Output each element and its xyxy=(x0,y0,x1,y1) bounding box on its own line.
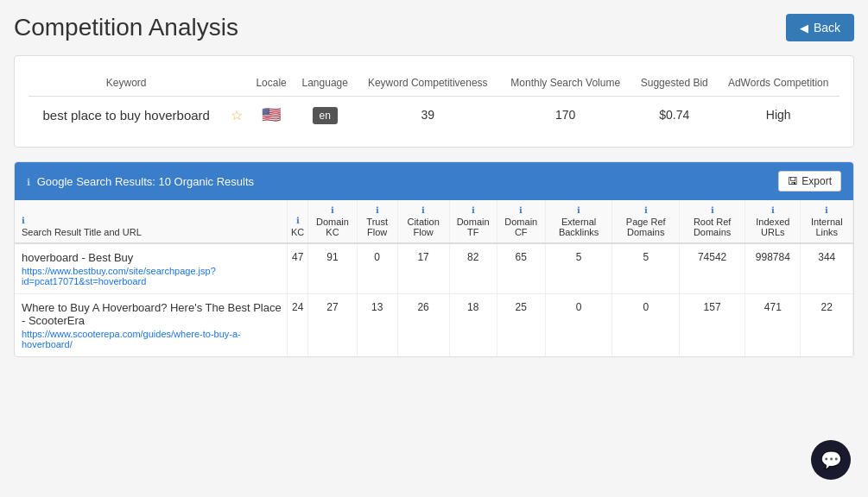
results-section: ℹ Google Search Results: 10 Organic Resu… xyxy=(14,161,854,357)
results-table-header-row: ℹ Search Result Title and URL ℹ KC ℹ Dom… xyxy=(15,200,853,243)
col-kc: Keyword Competitiveness xyxy=(356,70,499,97)
th-ext-bl-info-icon: ℹ xyxy=(549,205,609,215)
col-language: Language xyxy=(294,70,356,97)
th-trust-flow: ℹ Trust Flow xyxy=(357,200,397,243)
result-domain-cf: 65 xyxy=(497,243,545,294)
col-msv: Monthly Search Volume xyxy=(499,70,631,97)
result-external-backlinks: 5 xyxy=(545,243,612,294)
result-internal-links: 22 xyxy=(801,294,853,357)
export-icon: 🖫 xyxy=(788,175,798,187)
results-header-text: Google Search Results: 10 Organic Result… xyxy=(37,175,254,188)
th-iu-info-icon: ℹ xyxy=(749,205,796,215)
result-internal-links: 344 xyxy=(801,243,853,294)
th-citation-flow-info-icon: ℹ xyxy=(402,205,446,215)
export-label: Export xyxy=(801,175,832,187)
result-indexed-urls: 998784 xyxy=(745,243,801,294)
result-kc: 47 xyxy=(288,243,308,294)
th-domain-tf: ℹ Domain TF xyxy=(449,200,497,243)
th-domain-cf-info-icon: ℹ xyxy=(501,205,542,215)
th-root-ref-domains: ℹ Root Ref Domains xyxy=(679,200,744,243)
col-star xyxy=(224,70,249,97)
bid-cell: $0.74 xyxy=(631,97,717,134)
keyword-row: best place to buy hoverboard ☆ 🇺🇸 en 39 … xyxy=(29,97,839,134)
language-cell: en xyxy=(294,97,356,134)
th-rrd-info-icon: ℹ xyxy=(683,205,741,215)
results-header: ℹ Google Search Results: 10 Organic Resu… xyxy=(15,162,853,200)
table-row: Where to Buy A Hoverboard? Here's The Be… xyxy=(15,294,853,357)
th-citation-flow: ℹ Citation Flow xyxy=(397,200,449,243)
result-title: Where to Buy A Hoverboard? Here's The Be… xyxy=(22,301,282,327)
results-header-title: ℹ Google Search Results: 10 Organic Resu… xyxy=(27,175,254,188)
col-keyword: Keyword xyxy=(29,70,224,97)
locale-flag: 🇺🇸 xyxy=(262,106,281,123)
th-il-info-icon: ℹ xyxy=(804,205,849,215)
th-kc-info-icon: ℹ xyxy=(291,216,304,225)
result-domain-kc: 27 xyxy=(308,294,357,357)
th-internal-links: ℹ Internal Links xyxy=(801,200,853,243)
th-prd-info-icon: ℹ xyxy=(616,205,675,215)
back-arrow-icon: ◀ xyxy=(800,22,808,35)
result-citation-flow: 17 xyxy=(397,243,449,294)
result-url[interactable]: https://www.scooterера.com/guides/where-… xyxy=(22,329,283,349)
th-indexed-urls: ℹ Indexed URLs xyxy=(745,200,801,243)
result-external-backlinks: 0 xyxy=(545,294,612,357)
result-page-ref-domains: 5 xyxy=(612,243,680,294)
result-indexed-urls: 471 xyxy=(745,294,801,357)
page-container: Competition Analysis ◀ Back Keyword Loca… xyxy=(0,0,868,371)
result-citation-flow: 26 xyxy=(397,294,449,357)
page-title: Competition Analysis xyxy=(14,14,238,41)
result-title: hoverboard - Best Buy xyxy=(22,251,133,264)
result-root-ref-domains: 74542 xyxy=(679,243,744,294)
th-domain-cf: ℹ Domain CF xyxy=(497,200,545,243)
result-domain-cf: 25 xyxy=(497,294,545,357)
page-header: Competition Analysis ◀ Back xyxy=(14,14,854,41)
result-title-cell: hoverboard - Best Buyhttps://www.bestbuy… xyxy=(15,243,288,294)
keyword-value: best place to buy hoverboard xyxy=(29,97,224,134)
result-domain-tf: 82 xyxy=(449,243,497,294)
th-search-result-info-icon: ℹ xyxy=(22,216,283,225)
result-url[interactable]: https://www.bestbuy.com/site/searchpage.… xyxy=(22,266,283,286)
msv-cell: 170 xyxy=(499,97,631,134)
result-trust-flow: 0 xyxy=(357,243,397,294)
th-external-backlinks: ℹ External Backlinks xyxy=(545,200,612,243)
back-button[interactable]: ◀ Back xyxy=(786,14,854,41)
result-domain-kc: 91 xyxy=(308,243,357,294)
result-domain-tf: 18 xyxy=(449,294,497,357)
result-kc: 24 xyxy=(288,294,308,357)
th-search-result: ℹ Search Result Title and URL xyxy=(15,200,288,243)
results-table: ℹ Search Result Title and URL ℹ KC ℹ Dom… xyxy=(15,200,853,356)
adwords-cell: High xyxy=(717,97,839,134)
result-page-ref-domains: 0 xyxy=(612,294,680,357)
language-badge: en xyxy=(313,107,338,124)
th-domain-tf-info-icon: ℹ xyxy=(453,205,493,215)
th-trust-flow-info-icon: ℹ xyxy=(361,205,394,215)
star-icon[interactable]: ☆ xyxy=(231,108,243,123)
col-adwords: AdWords Competition xyxy=(717,70,839,97)
result-root-ref-domains: 157 xyxy=(679,294,744,357)
th-domain-kc-info-icon: ℹ xyxy=(312,205,352,215)
th-kc: ℹ KC xyxy=(288,200,308,243)
back-label: Back xyxy=(814,21,840,35)
col-locale: Locale xyxy=(249,70,294,97)
th-domain-kc: ℹ Domain KC xyxy=(308,200,357,243)
col-bid: Suggested Bid xyxy=(631,70,717,97)
th-page-ref-domains: ℹ Page Ref Domains xyxy=(612,200,680,243)
info-icon: ℹ xyxy=(27,177,30,187)
star-cell[interactable]: ☆ xyxy=(224,97,249,134)
export-button[interactable]: 🖫 Export xyxy=(778,171,841,192)
result-trust-flow: 13 xyxy=(357,294,397,357)
result-title-cell: Where to Buy A Hoverboard? Here's The Be… xyxy=(15,294,288,357)
keyword-table: Keyword Locale Language Keyword Competit… xyxy=(29,70,839,133)
keyword-card: Keyword Locale Language Keyword Competit… xyxy=(14,55,854,148)
locale-cell: 🇺🇸 xyxy=(249,97,294,134)
table-row: hoverboard - Best Buyhttps://www.bestbuy… xyxy=(15,243,853,294)
competitiveness-cell: 39 xyxy=(356,97,499,134)
